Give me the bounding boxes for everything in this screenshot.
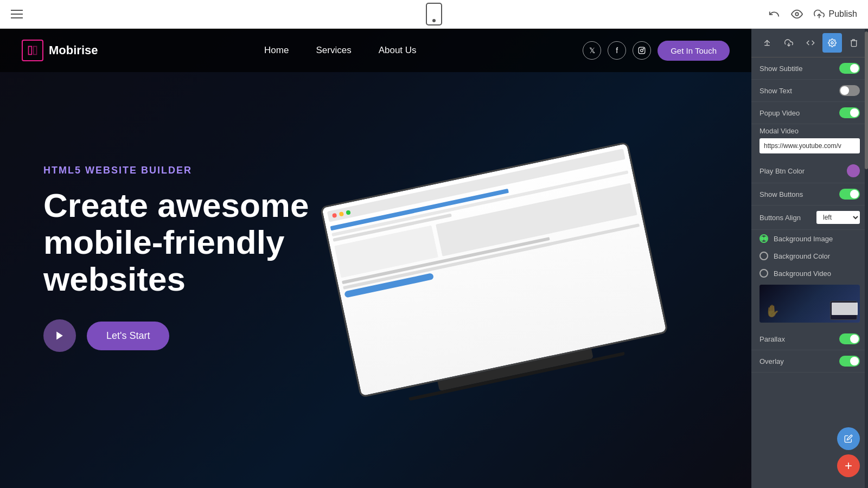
overlay-toggle[interactable] bbox=[839, 356, 860, 367]
start-button[interactable]: Let's Start bbox=[87, 322, 169, 350]
nav-link-about[interactable]: About Us bbox=[379, 45, 417, 56]
svg-point-6 bbox=[641, 49, 643, 52]
scroll-indicator bbox=[865, 29, 868, 488]
show-text-row: Show Text bbox=[751, 80, 868, 102]
mobile-device-icon[interactable] bbox=[426, 3, 442, 25]
svg-point-0 bbox=[795, 12, 799, 16]
bg-color-row: Background Color bbox=[751, 247, 868, 265]
bg-color-label: Background Color bbox=[774, 252, 830, 260]
show-buttons-toggle[interactable] bbox=[839, 189, 860, 200]
show-subtitle-label: Show Subtitle bbox=[760, 65, 803, 73]
buttons-align-select[interactable]: left center right bbox=[816, 211, 860, 224]
thumbnail-laptop bbox=[830, 301, 857, 320]
buttons-align-label: Buttons Align bbox=[760, 214, 801, 222]
show-subtitle-toggle[interactable] bbox=[839, 63, 860, 74]
instagram-icon[interactable] bbox=[633, 41, 651, 60]
panel-settings-button[interactable] bbox=[822, 33, 842, 53]
hero-title-line1: Create awesome bbox=[43, 187, 309, 224]
panel-code-button[interactable] bbox=[801, 33, 820, 53]
nav-links: Home Services About Us bbox=[264, 45, 416, 56]
bg-image-label: Background Image bbox=[774, 235, 833, 243]
facebook-icon[interactable]: f bbox=[608, 41, 626, 60]
toolbar-right: Publish bbox=[768, 8, 857, 20]
svg-rect-3 bbox=[29, 47, 32, 55]
parallax-row: Parallax bbox=[751, 328, 868, 350]
nav-social: 𝕏 f bbox=[583, 41, 651, 60]
scroll-thumb bbox=[865, 31, 868, 169]
panel-download-button[interactable] bbox=[779, 33, 799, 53]
show-text-label: Show Text bbox=[760, 87, 792, 95]
hero-title: Create awesome mobile-friendly websites bbox=[43, 187, 369, 298]
panel-settings: Show Subtitle Show Text Popup Video Moda… bbox=[751, 57, 868, 488]
bg-image-thumbnail[interactable]: ✋ bbox=[760, 285, 860, 323]
show-buttons-label: Show Buttons bbox=[760, 190, 803, 198]
thumbnail-hand: ✋ bbox=[765, 304, 780, 318]
preview-navbar: Mobirise Home Services About Us 𝕏 f bbox=[0, 29, 751, 72]
svg-point-11 bbox=[831, 42, 833, 44]
parallax-toggle[interactable] bbox=[839, 333, 860, 344]
bg-video-label: Background Video bbox=[774, 269, 831, 278]
fab-edit-button[interactable] bbox=[837, 427, 860, 450]
bg-image-radio[interactable] bbox=[760, 234, 768, 243]
right-panel: Show Subtitle Show Text Popup Video Moda… bbox=[751, 29, 868, 488]
overlay-row: Overlay bbox=[751, 350, 868, 373]
fab-add-icon: + bbox=[845, 458, 852, 473]
bg-video-radio[interactable] bbox=[760, 269, 768, 278]
menu-icon[interactable] bbox=[11, 10, 23, 18]
play-button[interactable] bbox=[43, 319, 76, 352]
svg-marker-2 bbox=[56, 332, 63, 340]
modal-video-label: Modal Video bbox=[760, 127, 860, 135]
logo-icon bbox=[22, 40, 43, 61]
modal-video-input[interactable] bbox=[760, 138, 860, 153]
main-area: HTML5 WEBSITE BUILDER Create awesome mob… bbox=[0, 29, 868, 488]
undo-button[interactable] bbox=[768, 8, 780, 20]
show-text-toggle[interactable] bbox=[839, 85, 860, 96]
svg-rect-5 bbox=[639, 47, 645, 54]
hero-content: HTML5 WEBSITE BUILDER Create awesome mob… bbox=[43, 165, 369, 352]
play-btn-color-row: Play Btn Color bbox=[751, 159, 868, 183]
hero-title-line2: mobile-friendly websites bbox=[43, 223, 284, 298]
svg-rect-4 bbox=[34, 47, 37, 55]
panel-toolbar bbox=[751, 29, 868, 57]
logo-text: Mobirise bbox=[49, 43, 98, 57]
popup-video-toggle[interactable] bbox=[839, 107, 860, 118]
fab-add-button[interactable]: + bbox=[837, 454, 860, 477]
play-btn-color-swatch[interactable] bbox=[847, 164, 860, 177]
hero-section: HTML5 WEBSITE BUILDER Create awesome mob… bbox=[0, 29, 751, 488]
thumbnail-screen bbox=[832, 303, 858, 315]
nav-logo: Mobirise bbox=[22, 40, 98, 61]
bg-video-row: Background Video bbox=[751, 265, 868, 282]
popup-video-label: Popup Video bbox=[760, 109, 800, 117]
play-btn-color-label: Play Btn Color bbox=[760, 167, 805, 175]
panel-delete-button[interactable] bbox=[844, 33, 864, 53]
show-subtitle-row: Show Subtitle bbox=[751, 57, 868, 80]
nav-cta-button[interactable]: Get In Touch bbox=[658, 41, 730, 61]
popup-video-row: Popup Video bbox=[751, 102, 868, 124]
show-buttons-row: Show Buttons bbox=[751, 183, 868, 206]
modal-video-section: Modal Video bbox=[751, 124, 868, 159]
toolbar-left bbox=[11, 10, 23, 18]
preview-button[interactable] bbox=[791, 8, 803, 20]
toolbar-center bbox=[426, 3, 442, 25]
overlay-label: Overlay bbox=[760, 357, 784, 365]
publish-label: Publish bbox=[829, 9, 857, 19]
hero-subtitle: HTML5 WEBSITE BUILDER bbox=[43, 165, 369, 176]
buttons-align-row: Buttons Align left center right bbox=[751, 206, 868, 230]
bg-color-radio[interactable] bbox=[760, 252, 768, 260]
bg-image-row: Background Image bbox=[751, 230, 868, 247]
top-toolbar: Publish bbox=[0, 0, 868, 29]
scroll-spacer bbox=[751, 373, 868, 405]
nav-link-services[interactable]: Services bbox=[316, 45, 351, 56]
parallax-label: Parallax bbox=[760, 335, 785, 343]
twitter-icon[interactable]: 𝕏 bbox=[583, 41, 601, 60]
nav-right: 𝕏 f Get In Touch bbox=[583, 41, 730, 61]
panel-arrange-button[interactable] bbox=[757, 33, 777, 53]
website-preview: HTML5 WEBSITE BUILDER Create awesome mob… bbox=[0, 29, 751, 488]
svg-point-7 bbox=[643, 48, 644, 49]
publish-button[interactable]: Publish bbox=[814, 9, 857, 20]
nav-link-home[interactable]: Home bbox=[264, 45, 289, 56]
hero-buttons: Let's Start bbox=[43, 319, 369, 352]
